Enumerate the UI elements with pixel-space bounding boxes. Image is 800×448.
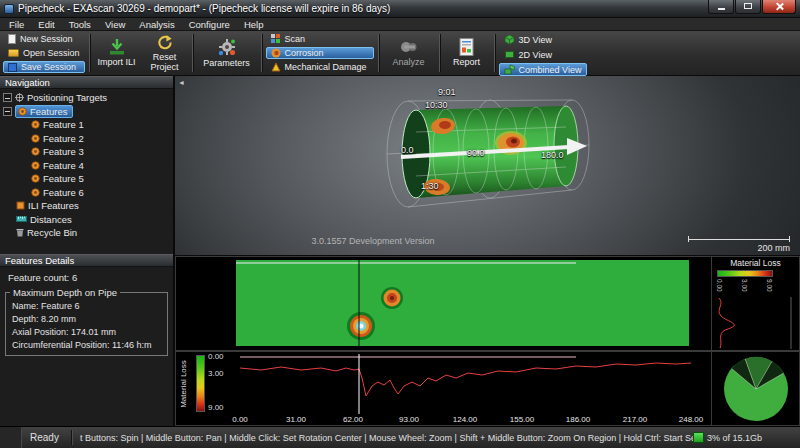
menu-file[interactable]: File: [2, 18, 31, 30]
analyze-label: Analyze: [393, 58, 425, 67]
menu-help[interactable]: Help: [237, 18, 271, 30]
tree-item-feature-4[interactable]: Feature 4: [0, 159, 173, 173]
feature-icon: [31, 147, 40, 156]
collapse-panel-arrow[interactable]: ◄: [178, 79, 185, 86]
window-title: Pipecheck - EXAscan 30269 - demopart* - …: [18, 3, 704, 14]
tree-item-feature-3[interactable]: Feature 3: [0, 145, 173, 159]
window-controls: [708, 0, 796, 14]
max-depth-group-title: Maximum Depth on Pipe: [10, 287, 120, 298]
memory-usage-text: 3% of 15.1Gb: [707, 433, 762, 443]
statusbar: Ready t Buttons: Spin | Middle Button: P…: [0, 426, 800, 448]
distances-label: Distances: [30, 214, 72, 225]
target-icon: [15, 93, 24, 102]
scan-button[interactable]: Scan: [266, 33, 374, 45]
menu-view[interactable]: View: [98, 18, 132, 30]
open-session-button[interactable]: Open Session: [3, 47, 85, 59]
menu-tools[interactable]: Tools: [62, 18, 98, 30]
menu-edit[interactable]: Edit: [31, 18, 61, 30]
ili-features-label: ILI Features: [28, 200, 79, 211]
close-button[interactable]: [762, 0, 796, 14]
pipe-3d-canvas: [175, 76, 800, 256]
x-tick: 186.00: [560, 415, 596, 424]
titlebar[interactable]: Pipecheck - EXAscan 30269 - demopart* - …: [0, 0, 800, 18]
colorbar-tick: 9.00: [766, 279, 773, 292]
analyze-button[interactable]: Analyze: [383, 33, 435, 73]
menu-configure[interactable]: Configure: [182, 18, 237, 30]
view-3d-button[interactable]: 3D View: [499, 33, 587, 46]
maximize-button[interactable]: [735, 0, 761, 14]
feature-6-label: Feature 6: [43, 187, 84, 198]
ribbon-separator: [192, 34, 193, 72]
save-session-button[interactable]: Save Session: [3, 61, 85, 73]
collapse-box-icon[interactable]: [3, 107, 12, 116]
feature-circumferential-position: Circumferential Position: 11:46 h:m: [11, 339, 163, 352]
circumferential-profile-line: [719, 298, 734, 348]
tree-item-positioning-targets[interactable]: Positioning Targets: [0, 91, 173, 105]
circumferential-pie-view[interactable]: [712, 351, 800, 426]
x-tick: 248.00: [673, 415, 709, 424]
recycle-bin-icon: [16, 228, 24, 237]
combined-view-label: Combined View: [519, 65, 582, 75]
material-loss-chart[interactable]: Material Loss 0.00 3.00 9.00 0.00 31.00 …: [175, 351, 712, 426]
app-window: Pipecheck - EXAscan 30269 - demopart* - …: [0, 0, 800, 448]
scan-grid-icon: [271, 34, 281, 44]
tree-item-recycle-bin[interactable]: Recycle Bin: [0, 226, 173, 240]
feature-icon: [31, 161, 40, 170]
feature-icon: [31, 174, 40, 183]
feature-4-label: Feature 4: [43, 160, 84, 171]
material-loss-line: [240, 363, 691, 396]
tree-item-distances[interactable]: Distances: [0, 213, 173, 227]
menu-analysis[interactable]: Analysis: [132, 18, 181, 30]
pie-chart-canvas: [713, 352, 799, 425]
feature-icon: [31, 134, 40, 143]
new-session-button[interactable]: New Session: [3, 33, 85, 45]
pipe-2d-map[interactable]: [175, 256, 712, 351]
features-details-panel: Feature count: 6 Maximum Depth on Pipe N…: [0, 267, 173, 426]
x-tick: 62.00: [335, 415, 371, 424]
feature-2-label: Feature 2: [43, 133, 84, 144]
import-ili-button[interactable]: Import ILI: [94, 33, 140, 73]
feature-1-label: Feature 1: [43, 119, 84, 130]
x-tick: 217.00: [617, 415, 653, 424]
mode-group: Scan Corrosion Mechanical Damage: [266, 33, 374, 73]
recycle-bin-label: Recycle Bin: [27, 227, 77, 238]
x-tick: 31.00: [278, 415, 314, 424]
app-icon: [4, 4, 14, 14]
statusbar-grip: [0, 427, 22, 448]
view-2d-button[interactable]: 2D View: [499, 48, 587, 61]
corrosion-spot-deep: [347, 312, 375, 340]
selected-tree-item[interactable]: Features: [15, 105, 73, 118]
tree-item-feature-1[interactable]: Feature 1: [0, 118, 173, 132]
minimize-button[interactable]: [708, 0, 734, 14]
memory-usage-bar: [693, 432, 704, 443]
tree-item-ili-features[interactable]: ILI Features: [0, 199, 173, 213]
corrosion-spot-shallow: [381, 287, 403, 309]
pipe-3d-view[interactable]: ◄: [175, 76, 800, 256]
corrosion-button[interactable]: Corrosion: [266, 47, 374, 59]
menubar: File Edit Tools View Analysis Configure …: [0, 18, 800, 31]
mechanical-damage-button[interactable]: Mechanical Damage: [266, 61, 374, 73]
material-loss-panel-title: Material Loss: [712, 258, 799, 268]
import-ili-label: Import ILI: [98, 58, 136, 67]
clock-position-label: 1:30: [421, 181, 439, 191]
reset-project-button[interactable]: Reset Project: [142, 33, 188, 73]
import-ili-icon: [108, 38, 126, 56]
tree-item-features[interactable]: Features: [0, 105, 173, 119]
combined-view-button[interactable]: Combined View: [499, 63, 587, 76]
view-group: 3D View 2D View Combined View: [499, 33, 587, 73]
mechanical-damage-label: Mechanical Damage: [285, 62, 367, 72]
parameters-button[interactable]: Parameters: [197, 33, 257, 73]
material-loss-colorbar: [717, 270, 773, 277]
tree-item-feature-5[interactable]: Feature 5: [0, 172, 173, 186]
material-loss-side-panel[interactable]: Material Loss 0.00 3.00 9.00: [712, 256, 800, 351]
unrolled-pipe-surface: [236, 260, 689, 346]
tree-item-feature-6[interactable]: Feature 6: [0, 186, 173, 200]
tree-item-feature-2[interactable]: Feature 2: [0, 132, 173, 146]
collapse-box-icon[interactable]: [3, 93, 12, 102]
feature-3-label: Feature 3: [43, 146, 84, 157]
report-button[interactable]: Report: [444, 33, 490, 73]
status-ready: Ready: [22, 432, 71, 443]
analyze-icon: [399, 38, 419, 56]
flat-2d-icon: [504, 49, 515, 60]
report-label: Report: [453, 58, 480, 67]
